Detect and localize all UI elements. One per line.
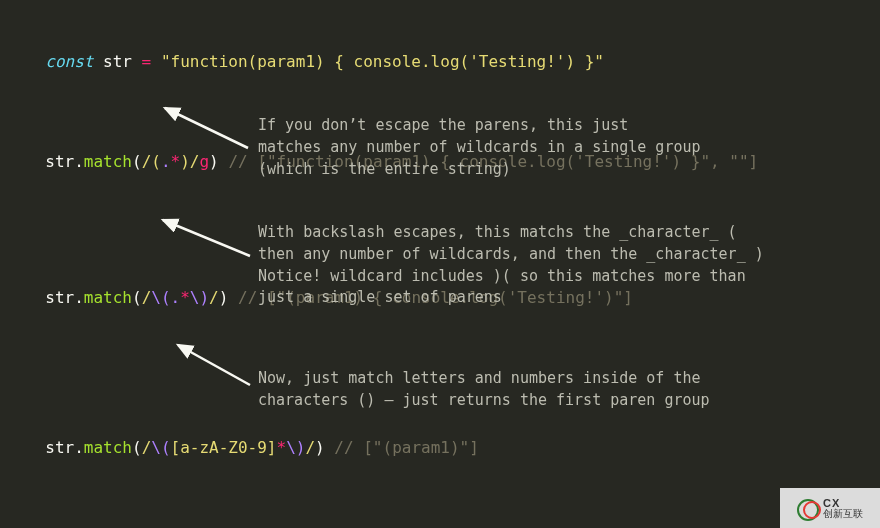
dot: . [74,288,84,307]
lparen: ( [132,438,142,457]
rparen: ) [315,438,325,457]
regex-star: * [171,152,181,171]
space [325,438,335,457]
space [219,152,229,171]
regex-dot: . [161,152,171,171]
watermark-text: CX 创新互联 [823,498,863,519]
regex-delim: / [209,288,219,307]
string-literal: "function(param1) { console.log('Testing… [161,52,604,71]
dot: . [74,438,84,457]
rparen: ) [219,288,229,307]
rparen: ) [209,152,219,171]
regex-flag-g: g [199,152,209,171]
obj: str [45,152,74,171]
regex-delim: / [142,288,152,307]
watermark-logo-icon [797,497,819,519]
code-line-declaration: const str = "function(param1) { console.… [26,26,854,74]
regex-esc-close: \) [286,438,305,457]
regex-esc-open: \( [151,288,170,307]
arrow-3-icon [160,343,270,398]
space [151,52,161,71]
lparen: ( [132,288,142,307]
regex-dot: . [171,288,181,307]
regex-delim: / [142,152,152,171]
regex-esc-close: \) [190,288,209,307]
comment-result-3: // ["(param1)"] [334,438,479,457]
watermark: CX 创新互联 [780,488,880,528]
regex-group-open: ( [151,152,161,171]
method-match: match [84,438,132,457]
regex-class: [a-zA-Z0-9] [171,438,277,457]
keyword-const: const [45,52,93,71]
annotation-1: If you don’t escape the parens, this jus… [258,115,818,180]
method-match: match [84,288,132,307]
annotation-3: Now, just match letters and numbers insi… [258,368,818,412]
regex-delim: / [305,438,315,457]
obj: str [45,438,74,457]
space [228,288,238,307]
regex-delim: / [142,438,152,457]
lparen: ( [132,152,142,171]
regex-star: * [277,438,287,457]
method-match: match [84,152,132,171]
dot: . [74,152,84,171]
code-line-match-3: str.match(/\([a-zA-Z0-9]*\)/) // ["(para… [26,412,854,460]
obj: str [45,288,74,307]
regex-star: * [180,288,190,307]
operator-equals: = [142,52,152,71]
annotation-2: With backslash escapes, this matchs the … [258,222,858,309]
regex-esc-open: \( [151,438,170,457]
svg-line-2 [178,345,250,385]
watermark-cn: 创新互联 [823,508,863,519]
var-name: str [93,52,141,71]
svg-line-1 [163,220,250,256]
regex-group-close: ) [180,152,190,171]
